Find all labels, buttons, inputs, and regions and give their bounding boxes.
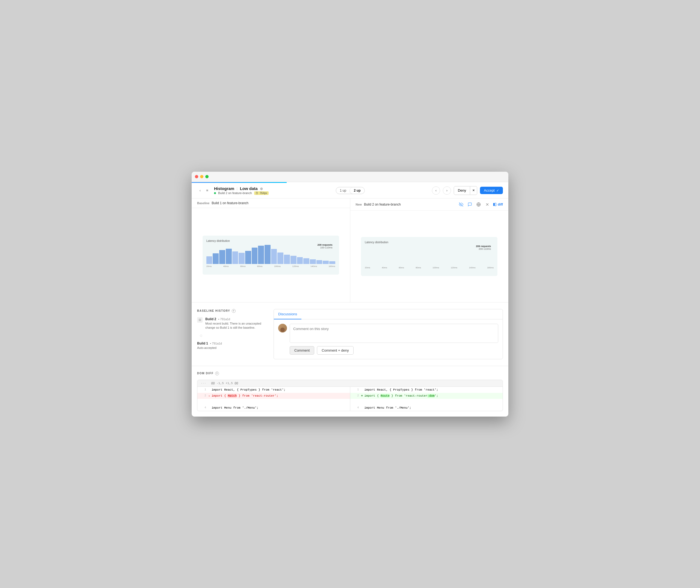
build1-hash: • 791a1d bbox=[210, 342, 222, 345]
comment-icon[interactable] bbox=[467, 201, 473, 208]
discussions-tabs: Discussions bbox=[274, 309, 503, 319]
story-subtitle: Build 2 on feature-branch 🗒 764px bbox=[214, 191, 269, 195]
bar-group bbox=[468, 265, 476, 265]
bar-group bbox=[434, 265, 442, 265]
globe-icon[interactable] bbox=[475, 201, 482, 208]
bar bbox=[206, 256, 212, 264]
diff-header-text: @@ -1,5 +1,5 @@ bbox=[211, 382, 238, 385]
comment-actions: Comment Comment + deny bbox=[278, 346, 498, 355]
deny-button[interactable]: Deny bbox=[454, 187, 470, 194]
comment-button[interactable]: Comment bbox=[290, 346, 314, 355]
diff-right-col: 1 import React, { PropTypes } from 'reac… bbox=[350, 387, 503, 411]
build2-info: Build 2 • 791a1d Most recent build. Ther… bbox=[205, 317, 265, 330]
view-2up-button[interactable]: 2 up bbox=[350, 187, 364, 194]
history-item-build1: Build 1 • 791a1d Auto-accepted bbox=[197, 341, 265, 350]
user-avatar bbox=[278, 324, 287, 332]
build2-title: Build 2 • 791a1d bbox=[205, 317, 265, 321]
build2-hash: • 791a1d bbox=[218, 317, 230, 321]
build-label: Build 2 on feature-branch bbox=[218, 191, 252, 195]
bar-group bbox=[451, 265, 459, 265]
bar bbox=[239, 253, 245, 264]
diff-button[interactable]: diff bbox=[493, 203, 503, 206]
diff-header-row: ··· @@ -1,5 +1,5 @@ bbox=[197, 380, 503, 387]
baseline-chart-wrapper: 209 requests 100-110ms bbox=[206, 243, 335, 271]
baseline-history-help-icon[interactable]: ? bbox=[232, 309, 236, 313]
x-icon[interactable] bbox=[484, 201, 491, 208]
baseline-pane: Baseline Build 1 on feature-branch Laten… bbox=[192, 198, 350, 302]
bar bbox=[271, 249, 277, 264]
bar-group bbox=[365, 265, 373, 265]
header-right: ‹ › Deny ✕ Accept ✓ bbox=[432, 186, 503, 195]
bar bbox=[329, 261, 335, 264]
bar-group bbox=[477, 265, 485, 265]
app-window: ‹ ≡ Histogram : Low data ⊕ Build 2 on fe… bbox=[192, 172, 508, 417]
build2-hash-text: 791a1d bbox=[220, 317, 230, 321]
comment-deny-button[interactable]: Comment + deny bbox=[317, 346, 353, 355]
baseline-history: BASELINE HISTORY ? ⊡ Build 2 • 791a1d Mo… bbox=[197, 309, 274, 359]
new-chart-bars bbox=[365, 245, 494, 265]
line-num: 4 bbox=[200, 406, 206, 409]
new-chart: Latency distribution 209 requests 200-11… bbox=[361, 237, 497, 276]
history-item-build2: ⊡ Build 2 • 791a1d Most recent build. Th… bbox=[197, 317, 265, 330]
discussions-body: Comment Comment + deny bbox=[274, 319, 503, 359]
px-badge: 🗒 764px bbox=[254, 191, 269, 195]
back-nav-button[interactable]: ‹ bbox=[197, 188, 203, 194]
eye-off-icon[interactable] bbox=[458, 201, 464, 208]
diff-line: 1 import React, { PropTypes } from 'reac… bbox=[197, 387, 350, 393]
deny-dropdown-button[interactable]: ✕ bbox=[470, 187, 477, 194]
list-nav-button[interactable]: ≡ bbox=[204, 188, 210, 194]
view-1up-button[interactable]: 1 up bbox=[336, 187, 350, 194]
bar-group bbox=[373, 265, 382, 265]
maximize-button[interactable] bbox=[205, 175, 209, 178]
diff-line-empty bbox=[350, 399, 503, 405]
new-chart-wrapper: 209 requests 200-110ms bbox=[365, 245, 494, 272]
bar bbox=[213, 253, 219, 264]
dom-diff-help-icon[interactable]: ? bbox=[215, 372, 219, 375]
bar bbox=[303, 258, 309, 264]
comment-textarea[interactable] bbox=[290, 324, 498, 343]
baseline-history-title: BASELINE HISTORY ? bbox=[197, 309, 265, 313]
new-chart-xlabels: 20ms 40ms 60ms 80ms 100ms 120ms 140ms 16… bbox=[365, 266, 494, 269]
bar-group bbox=[382, 265, 390, 265]
baseline-chart-xlabels: 20ms 40ms 60ms 80ms 100ms 120ms 140ms 16… bbox=[206, 265, 335, 268]
compare-area: Baseline Build 1 on feature-branch Laten… bbox=[192, 198, 508, 302]
next-story-button[interactable]: › bbox=[443, 186, 451, 195]
bar-group bbox=[460, 265, 468, 265]
baseline-build: Build 1 on feature-branch bbox=[212, 201, 248, 205]
bar bbox=[232, 251, 238, 264]
info-icon[interactable]: ⊕ bbox=[260, 187, 263, 191]
view-toggle: 1 up 2 up bbox=[336, 187, 365, 194]
minimize-button[interactable] bbox=[200, 175, 203, 178]
bar-group bbox=[486, 265, 494, 265]
discussions-tab[interactable]: Discussions bbox=[274, 309, 301, 319]
story-title: Histogram : Low data ⊕ bbox=[214, 186, 269, 191]
bar bbox=[226, 249, 232, 264]
comment-row bbox=[278, 324, 498, 343]
pane-tools: diff bbox=[458, 201, 503, 208]
bar-group bbox=[399, 265, 408, 265]
line-num: 4 bbox=[352, 406, 359, 409]
story-title-text: Histogram bbox=[214, 186, 234, 191]
title-separator: : bbox=[236, 186, 238, 191]
bar bbox=[252, 248, 258, 264]
header-left: ‹ ≡ Histogram : Low data ⊕ Build 2 on fe… bbox=[197, 186, 269, 195]
diff-label: diff bbox=[498, 203, 503, 206]
accept-button[interactable]: Accept ✓ bbox=[480, 187, 503, 194]
new-chart-annotation: 209 requests 200-110ms bbox=[476, 245, 491, 250]
diff-line-removed: 2 - import { Match } from 'react-router'… bbox=[197, 393, 350, 399]
baseline-chart-title: Latency distribution bbox=[206, 239, 335, 242]
diff-panel: ··· @@ -1,5 +1,5 @@ 1 import React, { Pr… bbox=[197, 380, 503, 411]
discussions-section: Discussions Comment Comment + deny bbox=[274, 309, 503, 359]
avatar-head bbox=[280, 328, 285, 332]
diff-columns: 1 import React, { PropTypes } from 'reac… bbox=[197, 387, 503, 411]
diff-marker: - bbox=[208, 394, 212, 397]
svg-rect-5 bbox=[493, 203, 495, 206]
build2-icon: ⊡ bbox=[197, 317, 203, 323]
dom-diff-title-text: DOM DIFF bbox=[197, 372, 213, 375]
diff-line: 4 import Menu from './Menu'; bbox=[197, 405, 350, 411]
close-button[interactable] bbox=[195, 175, 198, 178]
new-pane-header: New Build 2 on feature-branch bbox=[350, 198, 509, 211]
svg-rect-6 bbox=[495, 203, 496, 206]
titlebar bbox=[192, 172, 508, 182]
prev-story-button[interactable]: ‹ bbox=[432, 186, 440, 195]
